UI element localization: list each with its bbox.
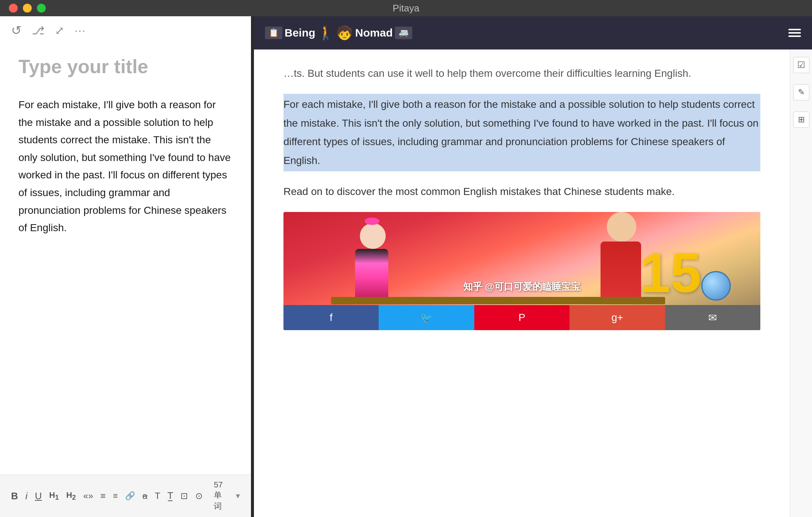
email-icon: ✉ bbox=[708, 312, 717, 324]
edit-icon[interactable]: ✎ bbox=[793, 84, 809, 100]
web-panel: 📋 Being 🚶 🧒 Nomad 🚐 …ts. But students ca bbox=[254, 16, 812, 517]
facebook-share-button[interactable]: f bbox=[283, 305, 379, 330]
editor-panel: ↺ ⎇ ⤢ ··· Type your title For each mista… bbox=[0, 16, 251, 517]
strikethrough-button[interactable]: a bbox=[142, 491, 147, 501]
window-title: Pitaya bbox=[393, 3, 419, 14]
logo-right-box: 🚐 bbox=[395, 27, 412, 39]
bold-button[interactable]: B bbox=[11, 490, 18, 502]
quote-button[interactable]: «» bbox=[83, 491, 93, 501]
clear-format-button[interactable]: T̲ bbox=[168, 491, 173, 501]
twitter-share-button[interactable]: 🐦 bbox=[379, 305, 474, 330]
facebook-icon: f bbox=[330, 312, 333, 323]
logo-being-text: Being bbox=[285, 27, 315, 39]
ordered-list-button[interactable]: ≡ bbox=[113, 491, 118, 501]
googleplus-share-button[interactable]: g+ bbox=[570, 305, 665, 330]
refresh-icon[interactable]: ↺ bbox=[11, 23, 21, 38]
text-button[interactable]: T bbox=[155, 491, 160, 501]
desk bbox=[331, 297, 665, 304]
twitter-icon: 🐦 bbox=[420, 312, 433, 324]
checkbox-icon[interactable]: ☑ bbox=[793, 57, 809, 73]
traffic-lights bbox=[9, 4, 46, 13]
web-read-on-text: Read on to discover the most common Engl… bbox=[283, 182, 760, 201]
logo-person-icon: 🚶 bbox=[317, 25, 334, 41]
fullscreen-button[interactable] bbox=[37, 4, 46, 13]
heading1-button[interactable]: H1 bbox=[49, 490, 59, 501]
googleplus-icon: g+ bbox=[611, 312, 623, 323]
image-button[interactable]: ⊡ bbox=[180, 491, 188, 501]
web-content[interactable]: …ts. But students can use it well to hel… bbox=[254, 49, 790, 517]
web-highlighted-paragraph: For each mistake, I'll give both a reaso… bbox=[283, 94, 760, 171]
editor-title-placeholder[interactable]: Type your title bbox=[18, 55, 233, 78]
settings-icon[interactable]: ⊞ bbox=[793, 112, 809, 128]
heading2-button[interactable]: H2 bbox=[66, 490, 76, 501]
minimize-button[interactable] bbox=[23, 4, 32, 13]
word-count: 57 单词 bbox=[214, 480, 228, 512]
web-article-image: 知乎 @可口可爱的瞌睡宝宝 15 f 🐦 P g+ ✉ bbox=[283, 212, 760, 330]
editor-toolbar-bottom: B i U H1 H2 «» ≡ ≡ 🔗 a T T̲ ⊡ ⊙ 57 单词 ▾ bbox=[0, 475, 251, 517]
titlebar: Pitaya bbox=[0, 0, 812, 16]
close-button[interactable] bbox=[9, 4, 18, 13]
list-button[interactable]: ≡ bbox=[100, 491, 106, 501]
editor-body-text[interactable]: For each mistake, I'll give both a reaso… bbox=[18, 96, 233, 237]
more-options-icon[interactable]: ··· bbox=[75, 24, 86, 37]
web-topbar: 📋 Being 🚶 🧒 Nomad 🚐 bbox=[254, 16, 812, 49]
web-intro-partial: …ts. But students can use it well to hel… bbox=[283, 64, 760, 83]
girl-head bbox=[360, 223, 386, 249]
logo-left-box: 📋 bbox=[265, 27, 282, 39]
hamburger-menu[interactable] bbox=[788, 29, 801, 37]
editor-toolbar-top: ↺ ⎇ ⤢ ··· bbox=[0, 16, 251, 44]
teacher-torso bbox=[601, 242, 641, 301]
editor-content[interactable]: Type your title For each mistake, I'll g… bbox=[0, 44, 251, 475]
globe-decoration bbox=[701, 271, 731, 301]
web-logo: 📋 Being 🚶 🧒 Nomad 🚐 bbox=[265, 25, 412, 41]
pinterest-share-button[interactable]: P bbox=[474, 305, 570, 330]
word-count-dropdown[interactable]: ▾ bbox=[236, 491, 240, 501]
teacher-head bbox=[607, 212, 636, 242]
image-watermark: 知乎 @可口可爱的瞌睡宝宝 bbox=[463, 280, 581, 293]
social-share-bar: f 🐦 P g+ ✉ bbox=[283, 305, 760, 330]
main-container: ↺ ⎇ ⤢ ··· Type your title For each mista… bbox=[0, 16, 812, 517]
logo-nomad-text: Nomad bbox=[355, 27, 393, 39]
pinterest-icon: P bbox=[519, 312, 526, 323]
girl-torso bbox=[355, 249, 388, 297]
share-icon[interactable]: ⎇ bbox=[32, 24, 45, 37]
panel-divider bbox=[251, 16, 254, 517]
email-share-button[interactable]: ✉ bbox=[665, 305, 760, 330]
italic-button[interactable]: i bbox=[25, 490, 28, 502]
link-button[interactable]: 🔗 bbox=[125, 491, 135, 501]
expand-icon[interactable]: ⤢ bbox=[55, 24, 64, 37]
image-number-overlay: 15 bbox=[640, 245, 701, 301]
web-right-sidebar: ☑ ✎ ⊞ bbox=[790, 49, 812, 517]
logo-person2-icon: 🧒 bbox=[336, 25, 353, 41]
underline-button[interactable]: U bbox=[35, 490, 42, 502]
time-button[interactable]: ⊙ bbox=[195, 491, 203, 501]
